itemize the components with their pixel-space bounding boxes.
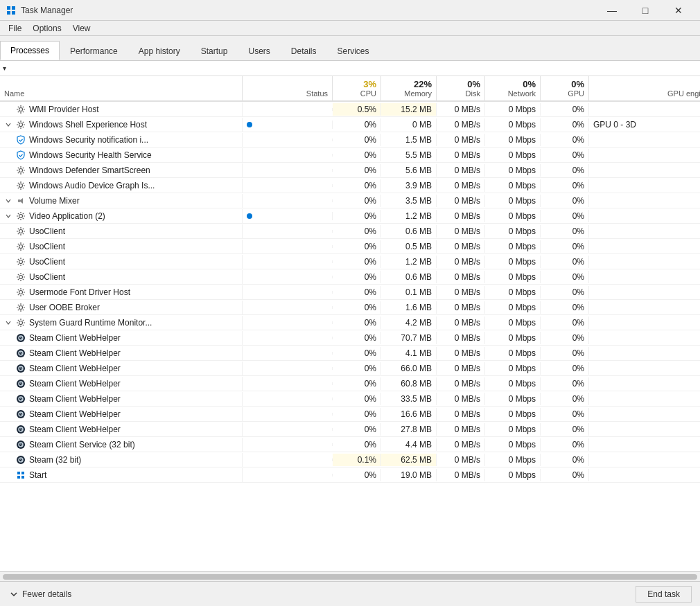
row-expander[interactable] — [4, 136, 12, 144]
table-row[interactable]: Windows Shell Experience Host0%0 MB0 MB/… — [0, 117, 700, 132]
table-row[interactable]: Windows Defender SmartScreen0%5.6 MB0 MB… — [0, 163, 700, 178]
minimize-button[interactable]: — — [596, 0, 628, 21]
row-expander[interactable] — [4, 181, 12, 190]
row-expander[interactable] — [4, 319, 12, 327]
process-memory-cell: 70.7 MB — [381, 332, 437, 344]
row-expander[interactable] — [4, 151, 12, 159]
row-expander[interactable] — [4, 105, 12, 114]
table-row[interactable]: Steam Client WebHelper0%27.8 MB0 MB/s0 M… — [0, 422, 700, 437]
row-expander[interactable] — [4, 395, 12, 403]
process-status-cell — [243, 154, 333, 157]
row-expander[interactable] — [4, 425, 12, 434]
process-cpu-cell: 0% — [333, 134, 381, 146]
process-cpu-cell: 0% — [333, 469, 381, 481]
row-expander[interactable] — [4, 471, 12, 479]
col-gpu[interactable]: 0% GPU — [541, 76, 589, 100]
row-expander[interactable] — [4, 440, 12, 449]
table-row[interactable]: Steam Client WebHelper0%60.8 MB0 MB/s0 M… — [0, 376, 700, 391]
process-icon — [15, 317, 26, 328]
row-expander[interactable] — [4, 242, 12, 251]
table-header: Name Status 3% CPU 22% Memory 0% Disk 0%… — [0, 76, 700, 102]
row-expander[interactable] — [4, 334, 12, 342]
table-row[interactable]: Video Application (2)0%1.2 MB0 MB/s0 Mbp… — [0, 208, 700, 224]
row-expander[interactable] — [4, 349, 12, 357]
process-icon — [15, 332, 26, 344]
table-row[interactable]: Steam Client WebHelper0%4.1 MB0 MB/s0 Mb… — [0, 346, 700, 361]
process-icon — [15, 195, 26, 206]
process-network-cell: 0 Mbps — [485, 408, 541, 420]
table-row[interactable]: Steam Client Service (32 bit)0%4.4 MB0 M… — [0, 437, 700, 452]
row-expander[interactable] — [4, 456, 12, 464]
process-status-cell — [243, 245, 333, 248]
process-icon — [15, 211, 26, 222]
menu-item-options[interactable]: Options — [27, 22, 67, 35]
process-status-cell — [243, 291, 333, 294]
process-disk-cell: 0 MB/s — [437, 134, 485, 146]
table-row[interactable]: User OOBE Broker0%1.6 MB0 MB/s0 Mbps0%Ve… — [0, 300, 700, 315]
row-expander[interactable] — [4, 303, 12, 312]
row-expander[interactable] — [4, 197, 12, 205]
table-row[interactable]: Start0%19.0 MB0 MB/s0 Mbps0%Very low — [0, 467, 700, 483]
col-memory[interactable]: 22% Memory — [381, 76, 437, 100]
table-row[interactable]: Usermode Font Driver Host0%0.1 MB0 MB/s0… — [0, 285, 700, 300]
tab-performance[interactable]: Performance — [60, 41, 128, 60]
table-row[interactable]: Windows Audio Device Graph Is...0%3.9 MB… — [0, 178, 700, 193]
row-expander[interactable] — [4, 258, 12, 266]
table-row[interactable]: WMI Provider Host0.5%15.2 MB0 MB/s0 Mbps… — [0, 102, 700, 117]
row-expander[interactable] — [4, 380, 12, 388]
row-expander[interactable] — [4, 364, 12, 373]
table-row[interactable]: UsoClient0%0.6 MB0 MB/s0 Mbps0%Very low — [0, 224, 700, 239]
tab-users[interactable]: Users — [238, 41, 280, 60]
process-network-cell: 0 Mbps — [485, 469, 541, 481]
table-body[interactable]: WMI Provider Host0.5%15.2 MB0 MB/s0 Mbps… — [0, 102, 700, 571]
process-network-cell: 0 Mbps — [485, 195, 541, 207]
col-status[interactable]: Status — [243, 76, 333, 100]
tab-details[interactable]: Details — [281, 41, 327, 60]
table-row[interactable]: UsoClient0%1.2 MB0 MB/s0 Mbps0%Very low — [0, 254, 700, 269]
table-row[interactable]: Steam (32 bit)0.1%62.5 MB0 MB/s0 Mbps0%V… — [0, 452, 700, 467]
process-name-cell: Windows Audio Device Graph Is... — [0, 179, 243, 193]
tab-app-history[interactable]: App history — [128, 41, 191, 60]
col-cpu[interactable]: 3% CPU — [333, 76, 381, 100]
row-expander[interactable] — [4, 212, 12, 220]
row-expander[interactable] — [4, 121, 12, 129]
end-task-button[interactable]: End task — [636, 586, 692, 603]
tab-processes[interactable]: Processes — [0, 41, 60, 60]
table-row[interactable]: Steam Client WebHelper0%33.5 MB0 MB/s0 M… — [0, 391, 700, 407]
row-expander[interactable] — [4, 288, 12, 296]
row-expander[interactable] — [4, 166, 12, 175]
table-row[interactable]: UsoClient0%0.5 MB0 MB/s0 Mbps0%Very low — [0, 239, 700, 254]
process-disk-cell: 0 MB/s — [437, 438, 485, 451]
process-name-cell: UsoClient — [0, 240, 243, 253]
table-row[interactable]: UsoClient0%0.6 MB0 MB/s0 Mbps0%Very low — [0, 269, 700, 285]
fewer-details-button[interactable]: Fewer details — [8, 589, 71, 600]
col-disk[interactable]: 0% Disk — [437, 76, 485, 100]
table-row[interactable]: Steam Client WebHelper0%66.0 MB0 MB/s0 M… — [0, 361, 700, 376]
row-expander[interactable] — [4, 410, 12, 418]
table-row[interactable]: Steam Client WebHelper0%70.7 MB0 MB/s0 M… — [0, 330, 700, 346]
table-row[interactable]: System Guard Runtime Monitor...0%4.2 MB0… — [0, 315, 700, 330]
col-gpu-engine[interactable]: GPU engine — [589, 76, 700, 100]
process-name: UsoClient — [29, 257, 65, 267]
dropdown-arrow[interactable]: ▾ — [3, 64, 6, 72]
maximize-button[interactable]: □ — [629, 0, 661, 21]
process-cpu-cell: 0% — [333, 362, 381, 375]
tab-startup[interactable]: Startup — [191, 41, 238, 60]
process-name-cell: Start — [0, 468, 243, 482]
h-scrollbar-thumb[interactable] — [3, 574, 697, 580]
h-scrollbar[interactable] — [0, 571, 700, 581]
table-row[interactable]: Volume Mixer0%3.5 MB0 MB/s0 Mbps0%Very l… — [0, 193, 700, 208]
process-memory-cell: 5.5 MB — [381, 149, 437, 161]
table-row[interactable]: Steam Client WebHelper0%16.6 MB0 MB/s0 M… — [0, 407, 700, 422]
menu-item-file[interactable]: File — [3, 22, 27, 35]
close-button[interactable]: ✕ — [663, 0, 694, 21]
table-row[interactable]: Windows Security notification i...0%1.5 … — [0, 132, 700, 148]
col-network[interactable]: 0% Network — [485, 76, 541, 100]
process-gpuEngine-cell: GPU 0 - 3D — [589, 118, 700, 131]
tab-services[interactable]: Services — [327, 41, 380, 60]
row-expander[interactable] — [4, 227, 12, 235]
table-row[interactable]: Windows Security Health Service0%5.5 MB0… — [0, 148, 700, 163]
col-name[interactable]: Name — [0, 76, 243, 100]
row-expander[interactable] — [4, 273, 12, 281]
menu-item-view[interactable]: View — [67, 22, 96, 35]
